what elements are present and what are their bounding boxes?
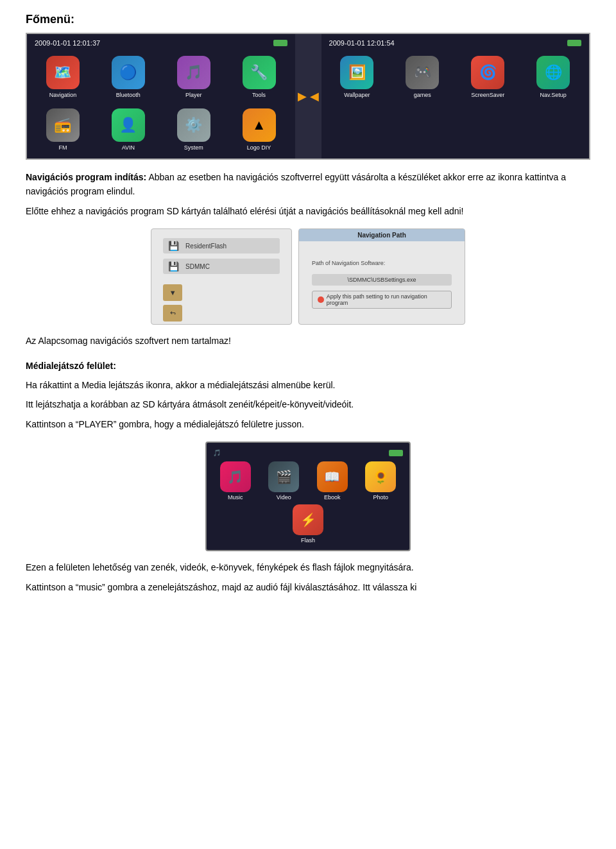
- video-icon: 🎬: [268, 461, 299, 492]
- flash-icon: ⚡: [293, 504, 323, 535]
- file-browser-screen: 💾 ResidentFlash 💾 SDMMC ▼ ↩: [151, 228, 292, 325]
- media-caption-section: Ezen a felületen lehetőség van zenék, vi…: [26, 560, 590, 594]
- nav-path-title: Navigation Path: [299, 229, 465, 241]
- wallpaper-icon-label: Wallpaper: [344, 92, 370, 98]
- fm-icon-label: FM: [58, 144, 67, 151]
- media-screen: 🎵 🎵 Music 🎬 Video 📖 Ebook 🌻 Photo: [205, 442, 411, 551]
- ebook-icon-cell[interactable]: 📖 Ebook: [310, 461, 355, 501]
- tools-icon: 🔧: [243, 56, 276, 89]
- system-icon-cell[interactable]: ⚙️ System: [163, 105, 225, 153]
- flash-label: Flash: [301, 537, 315, 544]
- apply-dot-icon: [318, 296, 324, 303]
- media-icon-grid: 🎵 Music 🎬 Video 📖 Ebook 🌻 Photo: [213, 461, 403, 501]
- bt-icon-label: Bluetooth: [116, 92, 141, 98]
- player-icon: 🎵: [177, 56, 210, 89]
- nav-section: Navigációs program indítás: Abban az ese…: [26, 170, 590, 218]
- apply-btn[interactable]: Apply this path setting to run navigatio…: [312, 291, 452, 309]
- screen2-battery: [567, 40, 581, 46]
- screensaver-icon-label: ScreenSaver: [471, 92, 504, 98]
- music-icon-cell[interactable]: 🎵 Music: [213, 461, 258, 501]
- nav-heading: Navigációs program indítás:: [26, 172, 146, 182]
- file-label-sdmmc: SDMMC: [185, 263, 210, 270]
- fm-icon-cell[interactable]: 📻 FM: [32, 105, 94, 153]
- screen1-battery: [273, 40, 287, 46]
- avin-icon-label: AVIN: [122, 144, 135, 151]
- tools-icon-cell[interactable]: 🔧 Tools: [228, 52, 290, 101]
- music-icon: 🎵: [220, 461, 251, 492]
- avin-icon-cell[interactable]: 👤 AVIN: [98, 105, 159, 153]
- video-icon-cell[interactable]: 🎬 Video: [262, 461, 307, 501]
- screen2-panel: 2009-01-01 12:01:54 🖼️ Wallpaper 🎮 games…: [321, 34, 590, 159]
- apply-btn-label: Apply this path setting to run navigatio…: [327, 293, 446, 306]
- games-icon-cell[interactable]: 🎮 games: [391, 52, 453, 101]
- navsetup-icon-label: Nav.Setup: [540, 92, 566, 98]
- tools-icon-label: Tools: [252, 92, 266, 98]
- screensaver-icon: 🌀: [471, 56, 504, 89]
- nav-icon: 🗺️: [46, 56, 80, 89]
- page-title: Főmenü:: [26, 13, 590, 26]
- photo-icon: 🌻: [365, 461, 396, 492]
- ebook-icon: 📖: [317, 461, 348, 492]
- media-text2: Ha rákattint a Media lejátszás ikonra, a…: [26, 378, 590, 392]
- file-row-sdmmc[interactable]: 💾 SDMMC: [163, 259, 280, 274]
- media-text1: Médialejátszó felület:: [26, 359, 590, 373]
- media-caption: Ezen a felületen lehetőség van zenék, vi…: [26, 560, 590, 574]
- main-menu-screenshots: 2009-01-01 12:01:37 🗺️ Navigation 🔵 Blue…: [26, 33, 590, 160]
- bt-icon: 🔵: [112, 56, 145, 89]
- avin-icon: 👤: [112, 108, 145, 142]
- player-icon-label: Player: [185, 92, 202, 98]
- media-text-last: Kattintson a “music” gombra a zenelejáts…: [26, 580, 590, 594]
- nav-info-section: Az Alapcsomag navigációs szoftvert nem t…: [26, 334, 590, 348]
- file-icon-sdmmc: 💾: [168, 261, 179, 271]
- bt-icon-cell[interactable]: 🔵 Bluetooth: [98, 52, 159, 101]
- panel-arrow: ▶ ◀: [295, 34, 321, 159]
- media-text3: Itt lejátszhatja a korábban az SD kártyá…: [26, 397, 590, 411]
- screen2-datetime: 2009-01-01 12:01:54: [329, 39, 395, 47]
- nav-icon-cell[interactable]: 🗺️ Navigation: [32, 52, 94, 101]
- player-icon-cell[interactable]: 🎵 Player: [163, 52, 225, 101]
- media-screen-header: 🎵: [213, 449, 403, 456]
- media-screenshot-container: 🎵 🎵 Music 🎬 Video 📖 Ebook 🌻 Photo: [26, 442, 590, 551]
- screen1-panel: 2009-01-01 12:01:37 🗺️ Navigation 🔵 Blue…: [27, 34, 295, 159]
- photo-label: Photo: [373, 494, 388, 501]
- screen1-icon-grid: 🗺️ Navigation 🔵 Bluetooth 🎵 Player 🔧 Too…: [32, 52, 290, 153]
- file-row-resident[interactable]: 💾 ResidentFlash: [163, 238, 280, 253]
- music-label: Music: [228, 494, 243, 501]
- media-row2: ⚡ Flash: [213, 504, 403, 544]
- nav-text2: Előtte ehhez a navigációs program SD kár…: [26, 204, 590, 218]
- wallpaper-icon-cell[interactable]: 🖼️ Wallpaper: [327, 52, 388, 101]
- logo-icon-cell[interactable]: ▲ Logo DIY: [228, 105, 290, 153]
- screen2-icon-grid: 🖼️ Wallpaper 🎮 games 🌀 ScreenSaver 🌐 Nav…: [327, 52, 585, 101]
- photo-icon-cell[interactable]: 🌻 Photo: [359, 461, 404, 501]
- games-icon-label: games: [414, 92, 431, 98]
- navsetup-icon-cell[interactable]: 🌐 Nav.Setup: [522, 52, 584, 101]
- fm-icon: 📻: [46, 108, 80, 142]
- video-label: Video: [277, 494, 291, 501]
- system-icon: ⚙️: [177, 108, 210, 142]
- file-icon-resident: 💾: [168, 241, 179, 251]
- nav-icon-label: Navigation: [49, 92, 77, 98]
- logo-icon: ▲: [243, 108, 276, 142]
- nav-path-screenshots: 💾 ResidentFlash 💾 SDMMC ▼ ↩ Navigation P…: [26, 228, 590, 325]
- ebook-label: Ebook: [324, 494, 341, 501]
- screensaver-icon-cell[interactable]: 🌀 ScreenSaver: [457, 52, 518, 101]
- system-icon-label: System: [184, 144, 203, 151]
- screen2-header: 2009-01-01 12:01:54: [327, 39, 585, 47]
- file-label-resident: ResidentFlash: [185, 243, 227, 250]
- media-heading: Médialejátszó felület:: [26, 361, 116, 371]
- media-screen-icon: 🎵: [213, 449, 221, 456]
- screen1-header: 2009-01-01 12:01:37: [32, 39, 290, 47]
- navsetup-icon: 🌐: [536, 56, 570, 89]
- nav-text1: Navigációs program indítás: Abban az ese…: [26, 170, 590, 199]
- path-label: Path of Navigation Software:: [312, 260, 452, 266]
- logo-icon-label: Logo DIY: [247, 144, 271, 151]
- flash-icon-cell[interactable]: ⚡ Flash: [293, 504, 323, 544]
- media-section: Médialejátszó felület: Ha rákattint a Me…: [26, 359, 590, 432]
- media-text4: Kattintson a “PLAYER” gombra, hogy a méd…: [26, 417, 590, 431]
- nav-info-text: Az Alapcsomag navigációs szoftvert nem t…: [26, 334, 590, 348]
- path-input[interactable]: \SDMMC\USBSettings.exe: [312, 274, 452, 286]
- games-icon: 🎮: [406, 56, 439, 89]
- nav-path-screen: Navigation Path Path of Navigation Softw…: [298, 228, 465, 325]
- media-screen-battery: [389, 450, 403, 456]
- screen1-datetime: 2009-01-01 12:01:37: [35, 39, 100, 47]
